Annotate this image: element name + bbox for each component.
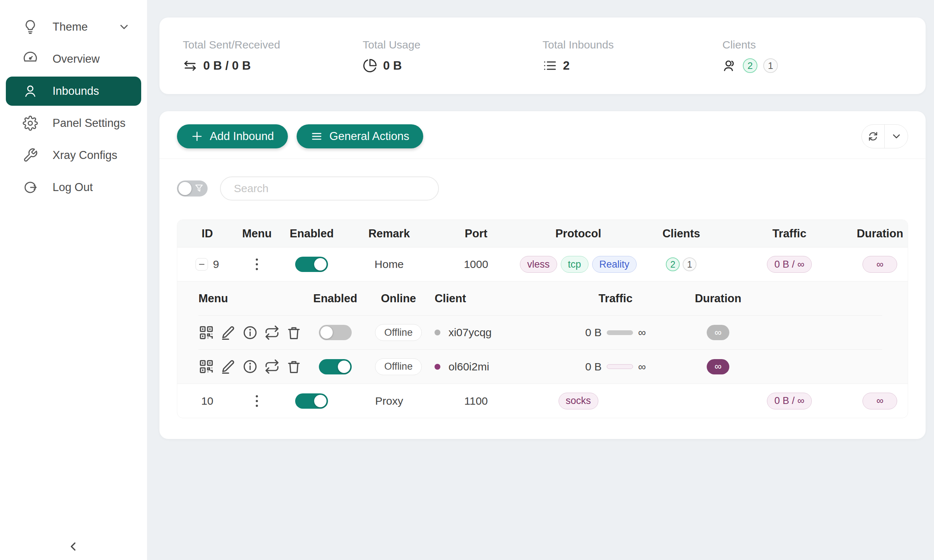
collapse-row-button[interactable]: [196, 258, 208, 271]
sidebar-item-overview[interactable]: Overview: [6, 45, 141, 74]
clients-deactive-badge: 1: [683, 257, 697, 271]
stat-total-inbounds: Total Inbounds 2: [543, 38, 722, 73]
sidebar-item-inbounds[interactable]: Inbounds: [6, 77, 141, 106]
logout-icon: [23, 180, 38, 195]
reset-traffic-icon[interactable]: [264, 359, 280, 374]
traffic-progress-bar: [607, 330, 633, 335]
client-traffic-limit: ∞: [638, 326, 646, 339]
qr-code-icon[interactable]: [199, 359, 214, 374]
subheader-online: Online: [366, 292, 431, 305]
filter-toggle[interactable]: [177, 180, 208, 197]
header-traffic: Traffic: [726, 227, 852, 240]
plus-icon: [191, 130, 203, 143]
traffic-badge: 0 B / ∞: [767, 393, 811, 409]
user-icon: [23, 83, 38, 99]
clients-deactive-badge: 1: [763, 58, 778, 73]
add-inbound-label: Add Inbound: [210, 130, 274, 143]
client-traffic-used: 0 B: [585, 326, 602, 339]
protocol-badge: Reality: [592, 256, 637, 273]
toolbar: Add Inbound General Actions: [177, 124, 908, 148]
subheader-traffic: Traffic: [554, 292, 677, 305]
chevron-down-icon: [891, 131, 902, 142]
inbounds-table: ID Menu Enabled Remark Port Protocol Cli…: [177, 220, 908, 418]
client-name: ol60i2mi: [449, 361, 489, 373]
traffic-badge: 0 B / ∞: [767, 256, 811, 273]
duration-badge: ∞: [863, 393, 897, 409]
protocol-badge: tcp: [561, 256, 589, 273]
header-enabled: Enabled: [277, 227, 347, 240]
subheader-enabled: Enabled: [304, 292, 366, 305]
info-icon[interactable]: [242, 325, 258, 340]
inbound-id: 10: [201, 395, 213, 407]
row-menu-button[interactable]: [253, 255, 261, 273]
sidebar-collapse-button[interactable]: [0, 540, 147, 554]
stat-total-sent-received: Total Sent/Received 0 B / 0 B: [183, 38, 363, 73]
lightbulb-icon: [23, 19, 38, 35]
delete-icon[interactable]: [286, 325, 302, 340]
sidebar-item-xray-configs[interactable]: Xray Configs: [6, 141, 141, 170]
client-duration-badge[interactable]: ∞: [707, 359, 729, 374]
delete-icon[interactable]: [286, 359, 302, 374]
sidebar-item-label: Xray Configs: [52, 149, 117, 162]
chevron-down-icon: [118, 21, 130, 33]
online-status-badge: Offline: [375, 324, 422, 341]
stat-value-text: 0 B: [383, 59, 402, 72]
inbound-enabled-toggle[interactable]: [295, 393, 328, 409]
inbound-port: 1100: [464, 395, 488, 407]
header-menu: Menu: [237, 227, 277, 240]
toggle-knob: [314, 258, 327, 271]
toggle-knob: [321, 326, 333, 339]
stat-clients: Clients 2 1: [722, 38, 902, 73]
row-menu-button[interactable]: [253, 392, 261, 410]
collapse-table-button[interactable]: [885, 125, 908, 148]
duration-badge: ∞: [863, 256, 897, 273]
client-row-xi07ycqg: Offline xi07ycqg 0 B ∞ ∞: [199, 316, 882, 350]
sidebar-item-theme[interactable]: Theme: [6, 12, 141, 42]
inbound-port: 1000: [464, 258, 488, 271]
client-enabled-toggle[interactable]: [319, 359, 352, 374]
refresh-button[interactable]: [862, 125, 885, 148]
search-input[interactable]: [220, 177, 439, 200]
header-port: Port: [432, 227, 521, 240]
qr-code-icon[interactable]: [199, 325, 214, 340]
subheader-duration: Duration: [677, 292, 759, 305]
sidebar-item-label: Log Out: [52, 181, 92, 194]
chevron-left-icon: [67, 540, 81, 554]
add-inbound-button[interactable]: Add Inbound: [177, 124, 288, 148]
general-actions-button[interactable]: General Actions: [297, 124, 423, 148]
sidebar-item-label: Theme: [52, 20, 88, 34]
stats-card: Total Sent/Received 0 B / 0 B Total Usag…: [159, 17, 926, 94]
inbound-enabled-toggle[interactable]: [295, 257, 328, 272]
client-status-dot: [435, 364, 440, 370]
edit-icon[interactable]: [220, 325, 236, 340]
client-duration-badge[interactable]: ∞: [707, 325, 729, 340]
table-header-row: ID Menu Enabled Remark Port Protocol Cli…: [177, 220, 908, 248]
client-enabled-toggle[interactable]: [319, 325, 352, 340]
transfer-icon: [183, 58, 197, 73]
gear-icon: [23, 115, 38, 131]
client-status-dot: [435, 329, 440, 335]
reset-traffic-icon[interactable]: [264, 325, 280, 340]
stat-label: Total Inbounds: [543, 38, 722, 51]
inbounds-card: Add Inbound General Actions: [159, 111, 926, 439]
inbound-remark: Home: [375, 258, 404, 271]
users-icon: [722, 58, 737, 73]
inbound-id: 9: [213, 258, 219, 271]
stat-total-usage: Total Usage 0 B: [363, 38, 543, 73]
stat-value-text: 2: [563, 59, 570, 72]
client-traffic-used: 0 B: [585, 361, 602, 373]
toggle-knob: [338, 361, 350, 373]
search-row: [177, 177, 908, 200]
gauge-icon: [23, 51, 38, 67]
sidebar: Theme Overview Inbounds Panel Settings X…: [0, 0, 147, 560]
stat-label: Total Sent/Received: [183, 38, 363, 51]
clients-online-badge: 2: [666, 257, 680, 271]
stat-label: Total Usage: [363, 38, 543, 51]
edit-icon[interactable]: [220, 359, 236, 374]
header-protocol: Protocol: [521, 227, 636, 240]
sidebar-item-log-out[interactable]: Log Out: [6, 173, 141, 202]
refresh-icon: [867, 131, 879, 142]
sidebar-item-panel-settings[interactable]: Panel Settings: [6, 109, 141, 138]
info-icon[interactable]: [242, 359, 258, 374]
menu-lines-icon: [310, 130, 323, 143]
